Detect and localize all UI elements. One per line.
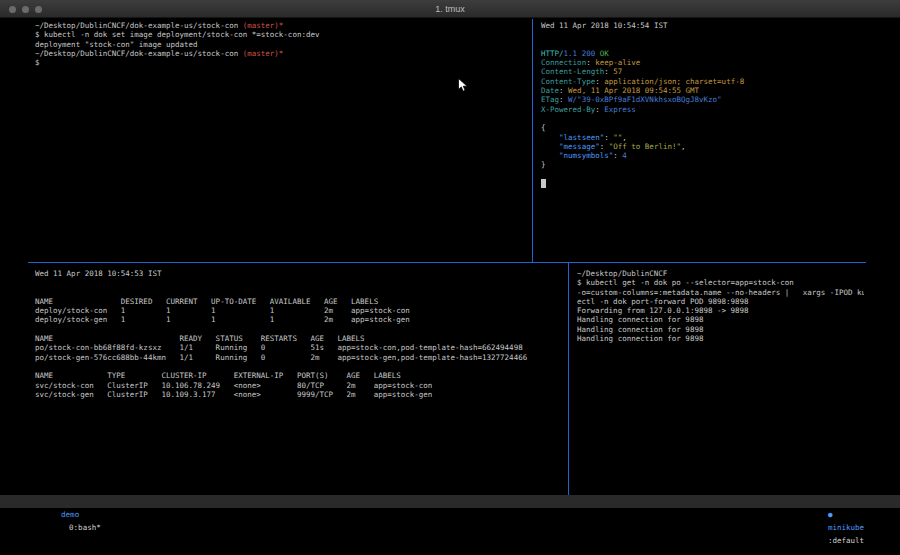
terminal-line: $ kubectl -n dok set image deployment/st… <box>35 30 530 39</box>
terminal-line <box>541 30 862 39</box>
pane-top-left-shell[interactable]: ~/Desktop/DublinCNCF/dok-example-us/stoc… <box>30 18 532 262</box>
terminal-line: $ <box>35 58 530 67</box>
pane-bottom-left-kubectl-watch[interactable]: Wed 11 Apr 2018 10:54:53 ISTNAME DESIRED… <box>30 263 568 495</box>
terminal-line: Connection: keep-alive <box>541 58 862 67</box>
terminal-line: NAME DESIRED CURRENT UP-TO-DATE AVAILABL… <box>35 297 566 306</box>
status-left: demo 0:bash* <box>34 495 101 508</box>
terminal-line: Wed 11 Apr 2018 10:54:53 IST <box>35 269 566 278</box>
terminal-line: po/stock-gen-576cc688bb-44kmn 1/1 Runnin… <box>35 353 566 362</box>
terminal-line <box>541 114 862 123</box>
terminal-line <box>35 362 566 371</box>
kube-namespace: :default <box>828 536 864 545</box>
pane-border-vertical-top[interactable] <box>532 19 533 262</box>
terminal-line: NAME READY STATUS RESTARTS AGE LABELS <box>35 334 566 343</box>
terminal-line: ectl -n dok port-forward POD 9898:9898 <box>577 297 862 306</box>
terminal-line: deployment "stock-con" image updated <box>35 40 530 49</box>
pane-bottom-right-port-forward[interactable]: ~/Desktop/DublinCNCF$ kubectl get -n dok… <box>572 263 864 495</box>
terminal-line: } <box>541 160 862 169</box>
tmux-status-bar: demo 0:bash* ● minikube :default <box>0 495 900 508</box>
terminal-line: $ kubectl get -n dok po --selector=app=s… <box>577 278 862 287</box>
traffic-lights <box>9 6 42 13</box>
terminal-line: Handling connection for 9898 <box>577 334 862 343</box>
window-title: 1. tmux <box>0 0 900 18</box>
terminal-line: "lastseen": "", <box>541 133 862 142</box>
terminal-line <box>35 325 566 334</box>
terminal-line: NAME TYPE CLUSTER-IP EXTERNAL-IP PORT(S)… <box>35 371 566 380</box>
terminal-line: deploy/stock-gen 1 1 1 1 2m app=stock-ge… <box>35 315 566 324</box>
terminal-line: svc/stock-gen ClusterIP 10.109.3.177 <no… <box>35 390 566 399</box>
terminal-line: Date: Wed, 11 Apr 2018 09:54:55 GMT <box>541 86 862 95</box>
status-right: ● minikube :default <box>801 495 864 508</box>
terminal-line <box>541 170 862 179</box>
terminal-line: ~/Desktop/DublinCNCF/dok-example-us/stoc… <box>35 21 530 30</box>
terminal-line: -o=custom-columns=:metadata.name --no-he… <box>577 288 862 297</box>
pane-border-horizontal[interactable] <box>28 262 866 263</box>
terminal-line: Handling connection for 9898 <box>577 315 862 324</box>
terminal-line: ETag: W/"39-0xBPf9aF1dXVNkhsxoBQgJ8vKzo" <box>541 95 862 104</box>
terminal-line: Wed 11 Apr 2018 10:54:54 IST <box>541 21 862 30</box>
terminal-line: X-Powered-By: Express <box>541 105 862 114</box>
terminal-line: "message": "Off to Berlin!", <box>541 142 862 151</box>
window-tab-bash[interactable]: 0:bash* <box>69 523 101 532</box>
session-name: demo <box>61 510 79 519</box>
terminal-line: po/stock-con-bb68f88fd-kzsxz 1/1 Running… <box>35 343 566 352</box>
terminal-line: ~/Desktop/DublinCNCF <box>577 269 862 278</box>
kubernetes-icon: ● <box>828 510 833 519</box>
terminal-line: Forwarding from 127.0.0.1:9898 -> 9898 <box>577 306 862 315</box>
terminal-line: { <box>541 123 862 132</box>
terminal-line: Content-Length: 57 <box>541 67 862 76</box>
zoom-button[interactable] <box>35 6 42 13</box>
mouse-cursor <box>458 78 468 92</box>
terminal-line: Handling connection for 9898 <box>577 325 862 334</box>
terminal-line <box>541 179 862 188</box>
kube-context: minikube <box>828 523 864 532</box>
close-button[interactable] <box>9 6 16 13</box>
terminal-line: ~/Desktop/DublinCNCF/dok-example-us/stoc… <box>35 49 530 58</box>
terminal-line <box>541 40 862 49</box>
terminal-line <box>35 278 566 287</box>
minimize-button[interactable] <box>22 6 29 13</box>
window-titlebar: 1. tmux <box>0 0 900 18</box>
terminal-line: deploy/stock-con 1 1 1 1 2m app=stock-co… <box>35 306 566 315</box>
terminal-line <box>35 288 566 297</box>
pane-border-vertical-bottom[interactable] <box>568 263 569 495</box>
terminal-line: Content-Type: application/json; charset=… <box>541 77 862 86</box>
terminal-line: svc/stock-con ClusterIP 10.106.78.249 <n… <box>35 381 566 390</box>
pane-top-right-http-response[interactable]: Wed 11 Apr 2018 10:54:54 ISTHTTP/1.1 200… <box>536 18 864 262</box>
terminal-line: "numsymbols": 4 <box>541 151 862 160</box>
terminal-line: HTTP/1.1 200 OK <box>541 49 862 58</box>
